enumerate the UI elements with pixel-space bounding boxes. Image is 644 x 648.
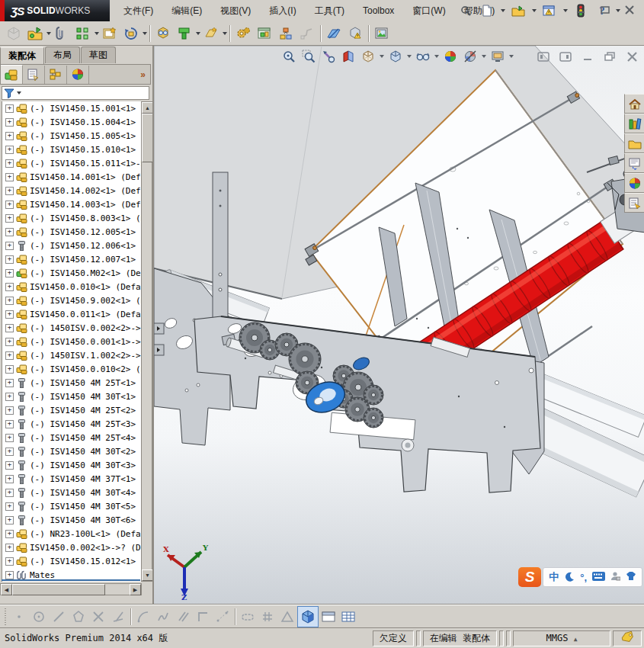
feature-tree[interactable]: +(-) ISV1450.15.001<1> (D+(-) ISV1450.15… [2, 101, 141, 582]
hide-show-caret-icon[interactable] [434, 55, 439, 58]
user-icon[interactable] [610, 571, 620, 583]
pane-right-icon[interactable] [558, 50, 573, 63]
tree-item[interactable]: +(-) ISV1450 4M 30T<2> (D [2, 444, 141, 458]
tree-expand-toggle[interactable]: + [5, 214, 14, 223]
moon-icon[interactable] [564, 571, 575, 584]
tree-expand-toggle[interactable]: + [5, 255, 14, 264]
rebuild-caret-icon[interactable] [563, 9, 568, 12]
apply-scene-caret-icon[interactable] [482, 55, 486, 58]
menu-item[interactable]: 视图(V) [211, 2, 260, 19]
tree-expand-toggle[interactable]: + [5, 104, 14, 113]
zoom-to-area-icon[interactable] [300, 47, 318, 66]
sketch-slot-icon[interactable] [238, 607, 258, 627]
tree-expand-toggle[interactable]: + [5, 159, 14, 168]
reference-geometry-icon[interactable] [200, 23, 222, 44]
file-explorer-icon[interactable] [624, 133, 644, 153]
tree-item[interactable]: +(-) ISV1450.12.005<1> (D [2, 225, 141, 239]
tree-expand-toggle[interactable]: + [5, 310, 14, 319]
large-assembly-mode-icon[interactable] [344, 23, 366, 44]
instant3d-icon[interactable] [323, 23, 344, 44]
tree-item[interactable]: +ISV1450.0.011<1> (Defau [2, 307, 141, 321]
filter-funnel-icon[interactable] [4, 88, 16, 98]
tree-expand-toggle[interactable]: + [5, 379, 14, 387]
insert-component-icon[interactable] [24, 23, 46, 44]
tree-item[interactable]: +(-) ISV1450.15.012<1> (D [2, 554, 141, 568]
hide-show-items-icon[interactable] [414, 47, 432, 66]
tree-item[interactable]: +(-) ISV1450 4M 25T<3> (D [2, 417, 141, 431]
tree-item[interactable]: +(-) ISV1450 4M 25T<2> (D [2, 403, 141, 417]
custom-properties-icon[interactable] [624, 193, 644, 213]
tree-item[interactable]: +(-) ISV1450 4M 30T<5> (D [2, 499, 141, 513]
edit-component-icon[interactable] [3, 23, 24, 44]
tree-item[interactable]: +(-) ISV1450.9.002<1> (D [2, 294, 141, 307]
tree-expand-toggle[interactable]: + [5, 516, 14, 524]
tree-item[interactable]: +(-) 1450ISV.0.002<2>->? [2, 321, 141, 335]
featuremanager-tree-icon[interactable] [1, 65, 23, 84]
sketch-trim-icon[interactable] [88, 607, 108, 627]
show-hidden-components-icon[interactable] [152, 23, 174, 44]
menu-item[interactable]: 窗口(W) [403, 2, 454, 19]
tree-expand-toggle[interactable]: + [5, 283, 14, 291]
menu-item[interactable]: 编辑(E) [162, 2, 211, 19]
tree-item[interactable]: +ISV1450.14.002<1> (Defa [2, 184, 141, 197]
tree-item[interactable]: +ISV1450.14.001<1> (Defa [2, 170, 141, 184]
cad-model[interactable] [154, 46, 644, 605]
propertymanager-icon[interactable] [23, 66, 45, 84]
open-document-icon[interactable] [510, 2, 527, 19]
close-icon[interactable] [621, 3, 638, 17]
appearances-manager-icon[interactable] [67, 66, 89, 84]
tree-item[interactable]: +(-) ISV1450.15.010<1> (D [2, 143, 141, 156]
tag-icon[interactable] [613, 630, 642, 646]
move-component-icon[interactable] [120, 23, 142, 44]
tree-expand-toggle[interactable]: + [5, 269, 14, 277]
doc-close-icon[interactable] [624, 50, 639, 63]
sketch-polygon-icon[interactable] [69, 607, 88, 627]
tree-item[interactable]: +ISV1450.0.002<1>->? (De [2, 541, 141, 554]
reference-geometry-caret-icon[interactable] [223, 32, 227, 35]
tree-item[interactable]: +(-) ISV1450 4M 30T<3> (D [2, 458, 141, 472]
tree-item[interactable]: +(-) ISV1450 4M 30T<4> (D [2, 486, 141, 499]
component-pattern-icon[interactable] [72, 23, 94, 44]
tree-expand-toggle[interactable]: + [5, 420, 14, 428]
ime-logo[interactable]: S [518, 567, 541, 587]
view-cube-icon[interactable] [297, 606, 319, 627]
move-component-caret-icon[interactable] [143, 32, 147, 35]
table-icon[interactable] [338, 607, 358, 627]
toolbar-grip[interactable] [5, 608, 6, 625]
photo-view-icon[interactable] [371, 23, 392, 44]
tree-expand-toggle[interactable]: + [5, 393, 14, 401]
tab-assembly[interactable]: 装配体 [0, 47, 44, 64]
appearances-icon[interactable] [624, 173, 644, 193]
tree-horizontal-scrollbar[interactable]: ◀ ▶ [0, 583, 142, 595]
sketch-circle-icon[interactable] [29, 607, 49, 627]
assembly-visualization-icon[interactable] [254, 23, 275, 44]
tree-expand-toggle[interactable]: + [5, 200, 14, 209]
tree-expand-toggle[interactable]: + [5, 132, 14, 140]
viewport-split-icon[interactable] [319, 607, 338, 627]
view-settings-icon[interactable] [489, 47, 507, 66]
zoom-to-fit-icon[interactable] [280, 47, 298, 66]
sketch-points-icon[interactable] [213, 607, 232, 627]
sketch-triangle-icon[interactable] [277, 607, 297, 627]
tree-expand-toggle[interactable]: + [5, 557, 14, 566]
tree-expand-toggle[interactable]: + [5, 118, 14, 127]
hscroll-thumb[interactable] [12, 584, 105, 595]
tree-expand-toggle[interactable]: + [5, 475, 14, 483]
tab-layout[interactable]: 布局 [45, 47, 80, 63]
pane-left-icon[interactable] [536, 50, 551, 63]
display-style-caret-icon[interactable] [407, 55, 412, 58]
view-orientation-icon[interactable] [359, 47, 377, 66]
scroll-right-icon[interactable]: ▶ [130, 584, 141, 595]
section-view-icon[interactable] [339, 47, 357, 66]
tree-vertical-scrollbar[interactable]: ▲ ▼ [141, 101, 152, 582]
tree-item[interactable]: +(-) ISV1450.15.004<1> (D [2, 115, 141, 129]
menu-item[interactable]: Toolbox [354, 2, 403, 19]
tree-expand-toggle[interactable]: + [5, 461, 14, 470]
smart-fasteners-icon[interactable] [99, 23, 120, 44]
panel-chevron[interactable]: » [140, 69, 146, 80]
doc-minimize-icon[interactable] [580, 50, 595, 63]
sketch-point-icon[interactable] [9, 607, 29, 627]
keyboard-icon[interactable] [592, 572, 605, 583]
tree-item[interactable]: +(-) ISV1450 4M 30T<1> (D [2, 390, 141, 403]
tree-expand-toggle[interactable]: + [5, 324, 14, 332]
